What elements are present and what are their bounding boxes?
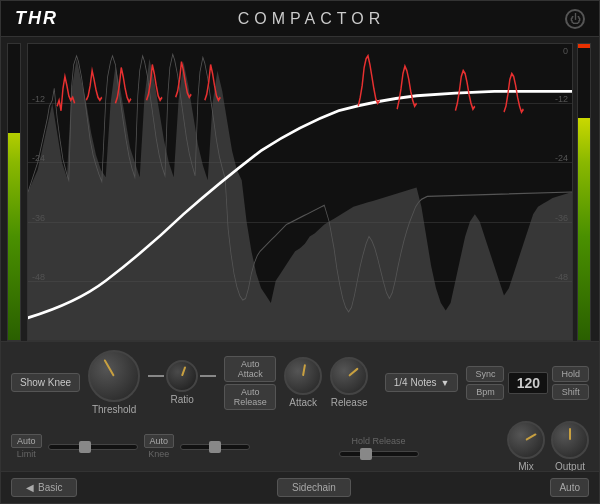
waveform-svg bbox=[28, 44, 572, 340]
ratio-container: Ratio bbox=[148, 360, 216, 405]
knee-slider-thumb[interactable] bbox=[209, 441, 221, 453]
auto-release-button[interactable]: Auto Release bbox=[224, 384, 276, 410]
hold-button[interactable]: Hold bbox=[552, 366, 589, 382]
sync-button[interactable]: Sync bbox=[466, 366, 504, 382]
controls-area: Show Knee Threshold Ratio bbox=[1, 341, 599, 471]
sync-bpm-row: Sync Bpm 120 Hold Shift bbox=[466, 366, 589, 400]
threshold-knob[interactable] bbox=[88, 350, 140, 402]
sync-hold-group: Sync Bpm 120 Hold Shift bbox=[466, 366, 589, 400]
auto-limit-section: Auto Limit bbox=[11, 434, 42, 459]
basic-label: Basic bbox=[38, 482, 62, 493]
auto-knee-button[interactable]: Auto bbox=[144, 434, 175, 448]
limit-slider-thumb[interactable] bbox=[79, 441, 91, 453]
sync-section: Sync Bpm bbox=[466, 366, 504, 400]
main-area: -12 -12 -24 -24 -36 -36 -48 -48 0 bbox=[1, 37, 599, 341]
bpm-display: 120 bbox=[508, 372, 548, 394]
ratio-knob[interactable] bbox=[166, 360, 198, 392]
sidechain-button[interactable]: Sidechain bbox=[277, 478, 351, 497]
ratio-line-right bbox=[200, 375, 216, 377]
plugin-container: THR COMPACTOR ⏻ -12 -12 -24 -24 -36 bbox=[0, 0, 600, 504]
notes-chevron: ▼ bbox=[441, 378, 450, 388]
notes-dropdown[interactable]: 1/4 Notes ▼ bbox=[385, 373, 459, 392]
ratio-label: Ratio bbox=[170, 394, 193, 405]
hold-release-slider[interactable] bbox=[339, 451, 419, 457]
knee-slider[interactable] bbox=[180, 444, 250, 450]
controls-row1: Show Knee Threshold Ratio bbox=[11, 350, 589, 415]
waveform-display: -12 -12 -24 -24 -36 -36 -48 -48 0 bbox=[27, 43, 573, 341]
knee-label: Knee bbox=[148, 449, 169, 459]
bottom-bar: ◀ Basic Sidechain Auto bbox=[1, 471, 599, 503]
limit-slider[interactable] bbox=[48, 444, 138, 450]
auto-limit-button[interactable]: Auto bbox=[11, 434, 42, 448]
limit-label: Limit bbox=[17, 449, 36, 459]
right-meter bbox=[577, 43, 593, 341]
attack-label: Attack bbox=[289, 397, 317, 408]
left-meter bbox=[7, 43, 23, 341]
hold-release-slider-thumb[interactable] bbox=[360, 448, 372, 460]
header: THR COMPACTOR ⏻ bbox=[1, 1, 599, 37]
threshold-container: Threshold bbox=[88, 350, 140, 415]
notes-label: 1/4 Notes bbox=[394, 377, 437, 388]
mix-knob[interactable] bbox=[507, 421, 545, 459]
attack-container: Attack bbox=[284, 357, 322, 408]
output-container: Output bbox=[551, 421, 589, 472]
basic-button[interactable]: ◀ Basic bbox=[11, 478, 77, 497]
auto-knee-section: Auto Knee bbox=[144, 434, 175, 459]
controls-row2: Auto Limit Auto Knee Hold Rele bbox=[11, 421, 589, 472]
power-button[interactable]: ⏻ bbox=[565, 9, 585, 29]
shift-button[interactable]: Shift bbox=[552, 384, 589, 400]
header-logo: THR bbox=[15, 8, 58, 29]
auto-attack-button[interactable]: Auto Attack bbox=[224, 356, 276, 382]
release-label: Release bbox=[331, 397, 368, 408]
bpm-button[interactable]: Bpm bbox=[466, 384, 504, 400]
release-knob[interactable] bbox=[330, 357, 368, 395]
chevron-left-icon: ◀ bbox=[26, 482, 34, 493]
hold-release-label: Hold Release bbox=[352, 436, 406, 446]
hold-shift-section: Hold Shift bbox=[552, 366, 589, 400]
ratio-line-left bbox=[148, 375, 164, 377]
auto-attack-release: Auto Attack Auto Release bbox=[224, 356, 276, 410]
show-knee-button[interactable]: Show Knee bbox=[11, 373, 80, 392]
attack-knob[interactable] bbox=[284, 357, 322, 395]
auto-tag: Auto bbox=[550, 478, 589, 497]
header-title: COMPACTOR bbox=[238, 10, 386, 28]
release-container: Release bbox=[330, 357, 368, 408]
knee-slider-container bbox=[180, 444, 250, 450]
threshold-label: Threshold bbox=[92, 404, 136, 415]
limit-slider-container bbox=[48, 444, 138, 450]
mix-container: Mix bbox=[507, 421, 545, 472]
output-knob[interactable] bbox=[551, 421, 589, 459]
hold-release-section: Hold Release bbox=[339, 436, 419, 457]
